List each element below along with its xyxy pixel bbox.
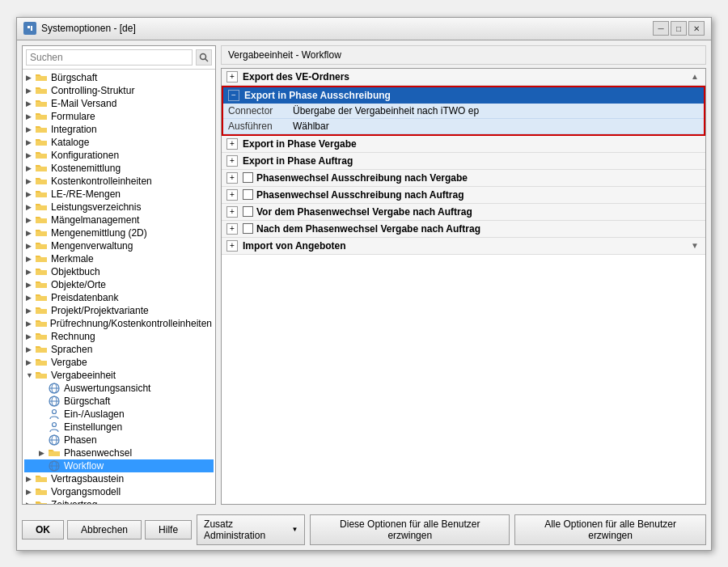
expand-arrow: ▶ xyxy=(26,190,36,198)
tree-item[interactable]: ▶ LE-/RE-Mengen xyxy=(24,188,214,201)
tree-item[interactable]: ▶ Leistungsverzeichnis xyxy=(24,201,214,214)
tree-item[interactable]: ▶ Projekt/Projektvariante xyxy=(24,304,214,317)
folder-icon xyxy=(36,474,49,484)
folder-icon xyxy=(36,254,49,264)
title-bar-left: Systemoptionen - [de] xyxy=(23,22,136,35)
section-export-ve-ordners[interactable]: + Export des VE-Ordners ▲ xyxy=(222,69,705,86)
expand-arrow: ▶ xyxy=(26,475,36,483)
tree-item[interactable]: ▶ Phasenwechsel xyxy=(24,446,214,459)
content-area: ▶ Bürgschaft ▶ Controlling-Struktur ▶ E-… xyxy=(17,40,711,510)
expand-button[interactable]: − xyxy=(228,90,239,101)
expand-arrow: ▶ xyxy=(26,216,36,224)
folder-icon xyxy=(36,487,49,497)
tree-item[interactable]: ▶ Kataloge xyxy=(24,136,214,149)
tree-item[interactable]: ▶ E-Mail Versand xyxy=(24,97,214,110)
optionen-benutzer-button[interactable]: Diese Optionen für alle Benutzer erzwing… xyxy=(310,514,510,545)
zusatz-admin-dropdown[interactable]: Zusatz Administration ▼ xyxy=(197,514,305,545)
folder-icon xyxy=(36,163,49,173)
checkbox[interactable] xyxy=(243,172,253,183)
tree-item-workflow[interactable]: ▶ Workflow xyxy=(24,459,214,472)
search-input[interactable] xyxy=(26,49,193,66)
expand-button[interactable]: + xyxy=(226,138,238,150)
tree-item[interactable]: ▶ Vertragsbaustein xyxy=(24,472,214,485)
tree-item[interactable]: ▶ Objektbuch xyxy=(24,265,214,278)
tree-item[interactable]: ▶ Vergabe xyxy=(24,356,214,369)
section-phasenwechsel-av[interactable]: + Phasenwechsel Ausschreibung nach Verga… xyxy=(222,170,705,187)
expand-arrow: ▶ xyxy=(26,242,36,250)
folder-icon xyxy=(49,448,61,458)
tree-item[interactable]: ▶ Kostenkontrolleinheiten xyxy=(24,175,214,188)
left-panel: ▶ Bürgschaft ▶ Controlling-Struktur ▶ E-… xyxy=(22,45,216,505)
tree-item[interactable]: ▶ Ein-/Auslagen xyxy=(24,408,214,421)
expand-arrow: ▶ xyxy=(26,151,36,159)
folder-icon xyxy=(36,332,49,341)
close-button[interactable]: ✕ xyxy=(688,21,705,36)
tree-item[interactable]: ▶ Bürgschaft xyxy=(24,71,214,84)
expand-arrow: ▶ xyxy=(26,319,36,328)
folder-icon xyxy=(36,86,49,95)
expand-arrow: ▶ xyxy=(26,345,36,353)
expand-button[interactable]: + xyxy=(226,71,238,83)
tree-item[interactable]: ▶ Phasen xyxy=(24,434,214,446)
svg-point-12 xyxy=(53,422,57,426)
section-vor-phasenwechsel[interactable]: + Vor dem Phasenwechsel Vergabe nach Auf… xyxy=(222,204,705,221)
folder-icon xyxy=(36,99,49,108)
content-scroll[interactable]: + Export des VE-Ordners ▲ − Export in Ph… xyxy=(222,69,705,255)
ok-button[interactable]: OK xyxy=(22,520,64,539)
tree-item[interactable]: ▶ Preisdatenbank xyxy=(24,291,214,304)
tree-item[interactable]: ▶ Formulare xyxy=(24,110,214,123)
window-title: Systemoptionen - [de] xyxy=(41,23,136,34)
expand-button[interactable]: + xyxy=(226,240,238,252)
tree-item[interactable]: ▶ Vorgangsmodell xyxy=(24,485,214,498)
tree-item[interactable]: ▶ Bürgschaft xyxy=(24,395,214,408)
abbrechen-button[interactable]: Abbrechen xyxy=(67,520,142,539)
section-export-ausschreibung-header[interactable]: − Export in Phase Ausschreibung xyxy=(223,87,704,104)
tree-item[interactable]: ▶ Prüfrechnung/Kostenkontrolleinheiten xyxy=(24,317,214,330)
expand-button[interactable]: + xyxy=(226,206,238,218)
checkbox[interactable] xyxy=(243,223,253,234)
svg-point-11 xyxy=(53,409,57,413)
expand-button[interactable]: + xyxy=(226,189,238,201)
expand-arrow: ▶ xyxy=(26,281,36,289)
tree-item[interactable]: ▶ Objekte/Orte xyxy=(24,278,214,291)
tree-item[interactable]: ▶ Auswertungsansicht xyxy=(24,382,214,395)
section-import-angeboten[interactable]: + Import von Angeboten ▼ xyxy=(222,238,705,255)
section-phasenwechsel-aa[interactable]: + Phasenwechsel Ausschreibung nach Auftr… xyxy=(222,187,705,204)
hilfe-button[interactable]: Hilfe xyxy=(145,520,192,539)
tree-item[interactable]: ▶ Mengenemittlung (2D) xyxy=(24,226,214,239)
expand-button[interactable]: + xyxy=(226,223,238,235)
checkbox[interactable] xyxy=(243,189,253,200)
tree-item[interactable]: ▶ Sprachen xyxy=(24,343,214,356)
section-export-vergabe[interactable]: + Export in Phase Vergabe xyxy=(222,136,705,153)
alle-optionen-button[interactable]: Alle Optionen für alle Benutzer erzwinge… xyxy=(514,514,706,545)
svg-line-4 xyxy=(205,58,209,61)
tree-item[interactable]: ▶ Zeitvertrag xyxy=(24,498,214,504)
expand-arrow: ▶ xyxy=(26,501,36,504)
scroll-indicator: ▲ xyxy=(691,72,700,81)
folder-icon xyxy=(36,228,49,238)
section-export-auftrag[interactable]: + Export in Phase Auftrag xyxy=(222,153,705,170)
tree-item-vergabeeinheit[interactable]: ▼ Vergabeeinheit xyxy=(24,369,214,382)
minimize-button[interactable]: ─ xyxy=(653,21,669,36)
tree-item[interactable]: ▶ Integration xyxy=(24,123,214,136)
expand-button[interactable]: + xyxy=(226,172,238,184)
tree-item[interactable]: ▶ Konfigurationen xyxy=(24,149,214,162)
folder-icon xyxy=(36,241,49,251)
search-icon-button[interactable] xyxy=(196,49,212,66)
section-nach-phasenwechsel[interactable]: + Nach dem Phasenwechsel Vergabe nach Au… xyxy=(222,221,705,238)
tree-item[interactable]: ▶ Einstellungen xyxy=(24,421,214,434)
app-icon xyxy=(23,22,36,35)
globe-icon xyxy=(49,461,61,471)
checkbox[interactable] xyxy=(243,206,253,217)
folder-icon xyxy=(36,112,49,121)
tree-item[interactable]: ▶ Mängelmanagement xyxy=(24,214,214,226)
maximize-button[interactable]: □ xyxy=(671,21,687,36)
expand-button[interactable]: + xyxy=(226,155,238,167)
tree-item[interactable]: ▶ Kostenemittlung xyxy=(24,162,214,175)
expand-arrow: ▶ xyxy=(26,164,36,172)
main-content: + Export des VE-Ordners ▲ − Export in Ph… xyxy=(221,68,706,505)
tree-item[interactable]: ▶ Rechnung xyxy=(24,330,214,343)
tree-item[interactable]: ▶ Merkmale xyxy=(24,252,214,265)
tree-item[interactable]: ▶ Controlling-Struktur xyxy=(24,84,214,97)
tree-item[interactable]: ▶ Mengenverwaltung xyxy=(24,239,214,252)
